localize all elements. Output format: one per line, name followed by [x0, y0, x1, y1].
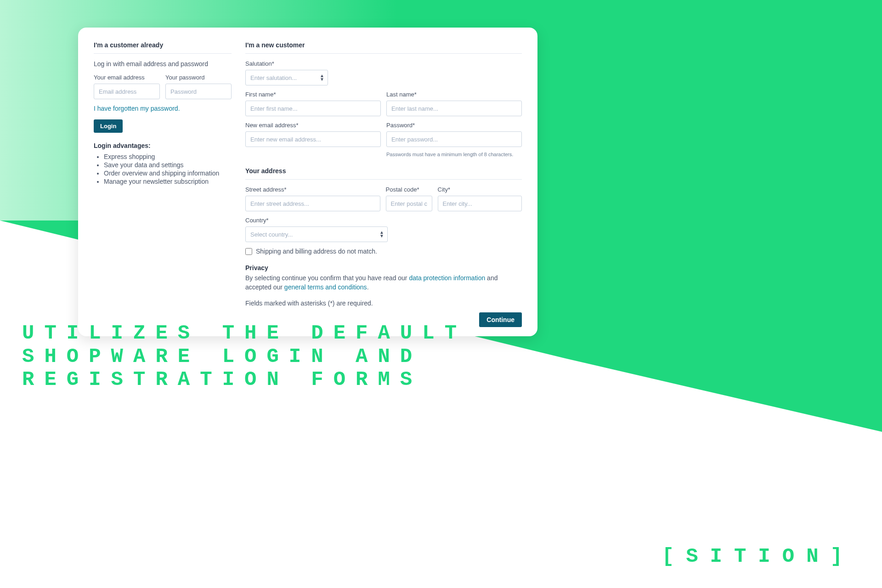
login-instruction: Log in with email address and password: [94, 60, 232, 68]
register-password-label: Password*: [386, 122, 522, 129]
forgot-password-link[interactable]: I have forgotten my password.: [94, 105, 180, 112]
salutation-select[interactable]: Enter salutation...: [245, 70, 328, 85]
required-note: Fields marked with asterisks (*) are req…: [245, 300, 522, 307]
street-input[interactable]: [245, 196, 380, 211]
last-name-label: Last name*: [386, 91, 522, 98]
logo-text: SITION: [686, 545, 830, 568]
new-email-label: New email address*: [245, 122, 381, 129]
login-button[interactable]: Login: [94, 119, 123, 133]
postal-input[interactable]: [386, 196, 432, 211]
sition-logo: [SITION]: [662, 545, 854, 568]
first-name-label: First name*: [245, 91, 381, 98]
continue-button[interactable]: Continue: [479, 312, 522, 327]
register-title: I'm a new customer: [245, 41, 522, 54]
advantages-title: Login advantages:: [94, 142, 232, 149]
register-password-input[interactable]: [386, 131, 522, 147]
new-email-input[interactable]: [245, 131, 381, 147]
different-address-label: Shipping and billing address do not matc…: [256, 248, 377, 255]
city-input[interactable]: [438, 196, 522, 211]
login-password-input[interactable]: [165, 84, 232, 99]
city-label: City*: [438, 186, 522, 193]
auth-card: I'm a customer already Log in with email…: [78, 28, 537, 336]
salutation-label: Salutation*: [245, 60, 328, 67]
privacy-title: Privacy: [245, 264, 522, 271]
login-email-label: Your email address: [94, 74, 160, 81]
slide-caption: UTILIZES THE DEFAULT SHOPWARE LOGIN AND …: [22, 322, 467, 391]
login-password-label: Your password: [165, 74, 232, 81]
advantage-item: Express shopping: [104, 153, 232, 160]
postal-label: Postal code*: [386, 186, 432, 193]
login-column: I'm a customer already Log in with email…: [94, 41, 232, 327]
register-column: I'm a new customer Salutation* Enter sal…: [245, 41, 522, 327]
login-title: I'm a customer already: [94, 41, 232, 54]
password-hint: Passwords must have a minimum length of …: [386, 152, 522, 157]
advantage-item: Manage your newsletter subscription: [104, 178, 232, 185]
advantages-list: Express shopping Save your data and sett…: [94, 153, 232, 185]
advantage-item: Order overview and shipping information: [104, 170, 232, 177]
country-select[interactable]: Select country...: [245, 226, 388, 242]
first-name-input[interactable]: [245, 101, 381, 116]
address-title: Your address: [245, 167, 522, 180]
advantage-item: Save your data and settings: [104, 161, 232, 169]
last-name-input[interactable]: [386, 101, 522, 116]
bracket-open-icon: [: [662, 545, 686, 568]
privacy-text: By selecting continue you confirm that y…: [245, 273, 522, 292]
terms-link[interactable]: general terms and conditions: [284, 283, 367, 291]
street-label: Street address*: [245, 186, 380, 193]
data-protection-link[interactable]: data protection information: [409, 274, 485, 282]
bracket-close-icon: ]: [831, 545, 854, 568]
login-email-input[interactable]: [94, 84, 160, 99]
country-label: Country*: [245, 217, 388, 224]
different-address-checkbox[interactable]: [245, 248, 252, 255]
